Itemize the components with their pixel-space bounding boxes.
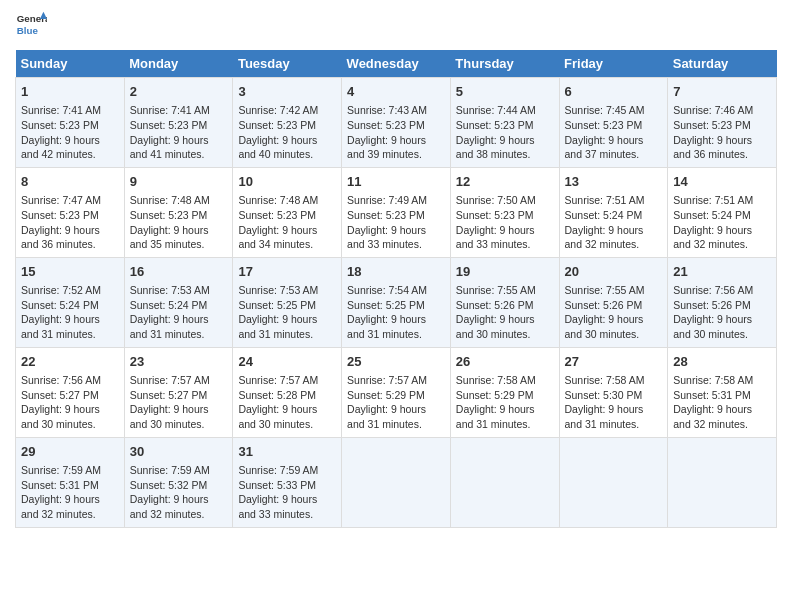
calendar-cell: 24Sunrise: 7:57 AMSunset: 5:28 PMDayligh… [233, 347, 342, 437]
day-number: 19 [456, 263, 554, 281]
day-number: 15 [21, 263, 119, 281]
cell-text: Sunset: 5:23 PM [21, 208, 119, 223]
cell-text: Daylight: 9 hours [565, 402, 663, 417]
cell-text: Sunrise: 7:57 AM [347, 373, 445, 388]
weekday-header-friday: Friday [559, 50, 668, 78]
cell-text: Daylight: 9 hours [238, 223, 336, 238]
cell-text: Sunrise: 7:41 AM [21, 103, 119, 118]
cell-text: Sunset: 5:31 PM [21, 478, 119, 493]
cell-text: and 32 minutes. [673, 237, 771, 252]
cell-text: Daylight: 9 hours [130, 133, 228, 148]
cell-text: Daylight: 9 hours [21, 223, 119, 238]
day-number: 2 [130, 83, 228, 101]
calendar-cell: 14Sunrise: 7:51 AMSunset: 5:24 PMDayligh… [668, 167, 777, 257]
calendar-cell [342, 437, 451, 527]
calendar-cell: 20Sunrise: 7:55 AMSunset: 5:26 PMDayligh… [559, 257, 668, 347]
calendar-cell: 12Sunrise: 7:50 AMSunset: 5:23 PMDayligh… [450, 167, 559, 257]
cell-text: Sunrise: 7:51 AM [565, 193, 663, 208]
cell-text: Daylight: 9 hours [238, 492, 336, 507]
cell-text: Sunrise: 7:57 AM [130, 373, 228, 388]
cell-text: Daylight: 9 hours [673, 312, 771, 327]
cell-text: and 31 minutes. [21, 327, 119, 342]
cell-text: Sunrise: 7:44 AM [456, 103, 554, 118]
calendar-table: SundayMondayTuesdayWednesdayThursdayFrid… [15, 50, 777, 528]
cell-text: Sunset: 5:26 PM [565, 298, 663, 313]
day-number: 29 [21, 443, 119, 461]
cell-text: and 42 minutes. [21, 147, 119, 162]
cell-text: Daylight: 9 hours [238, 402, 336, 417]
cell-text: Sunset: 5:24 PM [565, 208, 663, 223]
week-row-2: 8Sunrise: 7:47 AMSunset: 5:23 PMDaylight… [16, 167, 777, 257]
calendar-cell: 6Sunrise: 7:45 AMSunset: 5:23 PMDaylight… [559, 78, 668, 168]
calendar-cell: 25Sunrise: 7:57 AMSunset: 5:29 PMDayligh… [342, 347, 451, 437]
calendar-cell [559, 437, 668, 527]
calendar-cell: 27Sunrise: 7:58 AMSunset: 5:30 PMDayligh… [559, 347, 668, 437]
weekday-header-monday: Monday [124, 50, 233, 78]
cell-text: and 36 minutes. [673, 147, 771, 162]
cell-text: Daylight: 9 hours [673, 223, 771, 238]
calendar-cell [668, 437, 777, 527]
cell-text: and 30 minutes. [456, 327, 554, 342]
cell-text: and 35 minutes. [130, 237, 228, 252]
calendar-cell: 17Sunrise: 7:53 AMSunset: 5:25 PMDayligh… [233, 257, 342, 347]
cell-text: Sunrise: 7:58 AM [673, 373, 771, 388]
cell-text: Sunrise: 7:55 AM [565, 283, 663, 298]
calendar-cell: 13Sunrise: 7:51 AMSunset: 5:24 PMDayligh… [559, 167, 668, 257]
calendar-cell: 18Sunrise: 7:54 AMSunset: 5:25 PMDayligh… [342, 257, 451, 347]
cell-text: Sunset: 5:31 PM [673, 388, 771, 403]
weekday-header-tuesday: Tuesday [233, 50, 342, 78]
cell-text: Daylight: 9 hours [673, 402, 771, 417]
cell-text: Sunset: 5:23 PM [347, 208, 445, 223]
weekday-header-sunday: Sunday [16, 50, 125, 78]
week-row-4: 22Sunrise: 7:56 AMSunset: 5:27 PMDayligh… [16, 347, 777, 437]
cell-text: Sunset: 5:23 PM [456, 118, 554, 133]
cell-text: and 31 minutes. [238, 327, 336, 342]
cell-text: Sunset: 5:23 PM [347, 118, 445, 133]
day-number: 27 [565, 353, 663, 371]
day-number: 12 [456, 173, 554, 191]
cell-text: Sunset: 5:23 PM [130, 208, 228, 223]
cell-text: Daylight: 9 hours [456, 402, 554, 417]
cell-text: Sunset: 5:29 PM [456, 388, 554, 403]
cell-text: Sunrise: 7:56 AM [673, 283, 771, 298]
cell-text: Sunrise: 7:54 AM [347, 283, 445, 298]
cell-text: and 38 minutes. [456, 147, 554, 162]
weekday-header-row: SundayMondayTuesdayWednesdayThursdayFrid… [16, 50, 777, 78]
calendar-cell: 2Sunrise: 7:41 AMSunset: 5:23 PMDaylight… [124, 78, 233, 168]
day-number: 21 [673, 263, 771, 281]
cell-text: Daylight: 9 hours [565, 133, 663, 148]
cell-text: Daylight: 9 hours [347, 312, 445, 327]
cell-text: Daylight: 9 hours [238, 312, 336, 327]
cell-text: and 31 minutes. [347, 417, 445, 432]
cell-text: and 39 minutes. [347, 147, 445, 162]
cell-text: and 33 minutes. [347, 237, 445, 252]
cell-text: Sunrise: 7:46 AM [673, 103, 771, 118]
cell-text: and 32 minutes. [130, 507, 228, 522]
cell-text: Sunset: 5:23 PM [673, 118, 771, 133]
calendar-cell: 9Sunrise: 7:48 AMSunset: 5:23 PMDaylight… [124, 167, 233, 257]
calendar-cell: 28Sunrise: 7:58 AMSunset: 5:31 PMDayligh… [668, 347, 777, 437]
cell-text: and 32 minutes. [21, 507, 119, 522]
cell-text: Sunset: 5:27 PM [130, 388, 228, 403]
day-number: 17 [238, 263, 336, 281]
cell-text: Daylight: 9 hours [130, 312, 228, 327]
cell-text: Daylight: 9 hours [130, 223, 228, 238]
cell-text: Sunset: 5:23 PM [238, 118, 336, 133]
cell-text: and 31 minutes. [456, 417, 554, 432]
cell-text: Daylight: 9 hours [21, 312, 119, 327]
cell-text: Sunset: 5:23 PM [456, 208, 554, 223]
calendar-cell: 16Sunrise: 7:53 AMSunset: 5:24 PMDayligh… [124, 257, 233, 347]
cell-text: Sunset: 5:23 PM [565, 118, 663, 133]
cell-text: Sunset: 5:24 PM [130, 298, 228, 313]
cell-text: and 41 minutes. [130, 147, 228, 162]
cell-text: and 32 minutes. [673, 417, 771, 432]
svg-text:Blue: Blue [17, 25, 39, 36]
cell-text: and 30 minutes. [130, 417, 228, 432]
cell-text: Sunrise: 7:53 AM [238, 283, 336, 298]
cell-text: Daylight: 9 hours [21, 402, 119, 417]
cell-text: and 37 minutes. [565, 147, 663, 162]
day-number: 20 [565, 263, 663, 281]
cell-text: Sunrise: 7:45 AM [565, 103, 663, 118]
cell-text: Sunrise: 7:42 AM [238, 103, 336, 118]
calendar-cell: 21Sunrise: 7:56 AMSunset: 5:26 PMDayligh… [668, 257, 777, 347]
